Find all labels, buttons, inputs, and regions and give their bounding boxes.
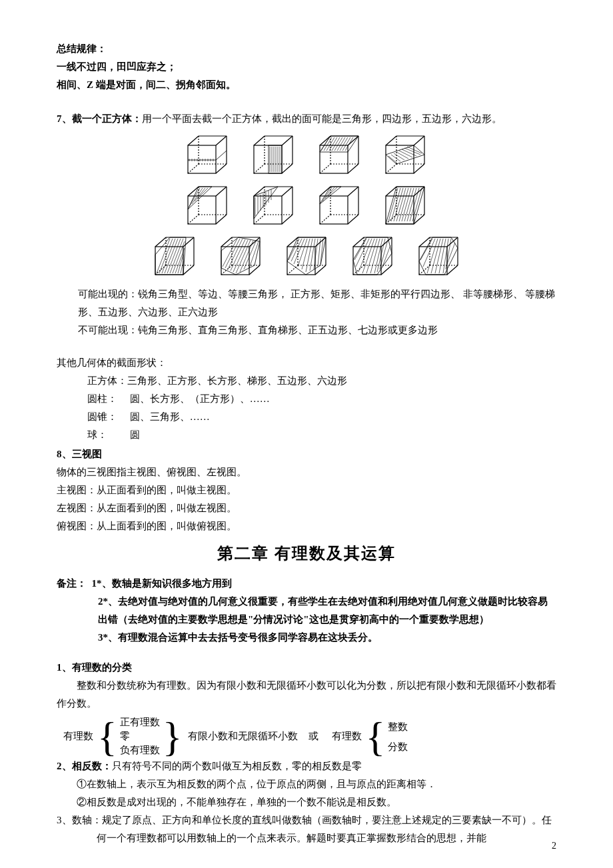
left-item-2: 负有理数	[120, 743, 160, 757]
svg-line-133	[183, 237, 194, 247]
cube-figure-7	[314, 184, 364, 229]
svg-line-162	[231, 239, 245, 271]
svg-line-66	[396, 152, 408, 159]
svg-line-144	[167, 239, 181, 273]
svg-line-198	[358, 239, 372, 272]
svg-line-145	[170, 239, 183, 273]
rule-line-2: 相间、Z 端是对面，间二、拐角邻面知。	[57, 76, 556, 94]
cube-figure-8	[380, 184, 430, 229]
svg-line-129	[410, 188, 419, 221]
impossible-label: 不可能出现：	[78, 325, 138, 335]
impossible-body: 钝角三角形、直角三角形、直角梯形、正五边形、七边形或更多边形	[138, 325, 438, 335]
svg-line-160	[225, 239, 240, 268]
left-item-1: 零	[120, 729, 160, 743]
section7-body: 用一个平面去截一个正方体，截出的面可能是三角形，四边形，五边形，六边形。	[142, 113, 502, 124]
svg-line-57	[414, 164, 424, 173]
svg-line-2	[216, 136, 227, 145]
section7: 7、截一个正方体：用一个平面去截一个正方体，截出的面可能是三角形，四边形，五边形…	[57, 110, 556, 128]
chapter2-title: 第二章 有理数及其运算	[57, 539, 556, 568]
section8-line-1: 主视图：从正面看到的图，叫做主视图。	[57, 481, 556, 499]
svg-line-199	[362, 239, 374, 273]
section8: 8、三视图	[57, 445, 556, 463]
cube-figure-12	[348, 235, 398, 280]
classification-brackets: 有理数 { 正有理数 零 负有理数 } 有限小数和无限循环小数 或 有理数 { …	[63, 715, 556, 757]
svg-line-156	[221, 265, 232, 275]
item2-sub1: ①在数轴上，表示互为相反数的两个点，位于原点的两侧，且与原点的距离相等．	[57, 775, 556, 793]
svg-line-21	[282, 136, 293, 145]
cube-figure-9	[150, 235, 200, 280]
svg-line-56	[414, 136, 424, 145]
svg-line-101	[320, 187, 330, 196]
svg-line-171	[315, 265, 326, 275]
brace-right-icon: }	[163, 717, 183, 756]
svg-line-182	[306, 239, 312, 272]
item2: 2、相反数：只有符号不同的两个数叫做互为相反数，零的相反数是零	[57, 757, 556, 775]
svg-line-1	[188, 136, 199, 145]
svg-line-122	[391, 188, 400, 221]
section8-line-0: 物体的三视图指主视图、俯视图、左视图。	[57, 463, 556, 481]
svg-line-73	[216, 187, 227, 196]
shape-row-3: 球： 圆	[57, 426, 556, 444]
svg-line-72	[188, 187, 199, 196]
section8-line-2: 左视图：从左面看到的图，叫做左视图。	[57, 499, 556, 517]
svg-line-60	[386, 164, 396, 173]
cube-figure-10	[216, 235, 266, 280]
svg-line-77	[188, 215, 199, 224]
svg-line-222	[446, 239, 451, 269]
svg-line-102	[348, 187, 358, 196]
cube-figure-5	[183, 184, 233, 229]
item2-sub2: ②相反数是成对出现的，不能单独存在，单独的一个数不能说是相反数。	[57, 793, 556, 811]
right-item-0: 整数	[388, 717, 408, 737]
svg-line-127	[404, 188, 414, 221]
or-text: 或	[308, 727, 318, 745]
svg-line-209	[447, 265, 458, 275]
svg-line-174	[287, 265, 298, 275]
svg-line-67	[399, 151, 412, 157]
svg-line-163	[233, 240, 248, 272]
svg-line-146	[173, 241, 185, 273]
svg-line-86	[282, 187, 293, 196]
section8-line-3: 俯视图：从上面看到的图，叫做俯视图。	[57, 517, 556, 535]
svg-line-121	[388, 188, 398, 221]
possible-body: 锐角三角型、等边、等腰三角形， 正方形、矩形、非矩形的平行四边形、 非等腰梯形、…	[78, 289, 555, 317]
svg-line-103	[348, 215, 358, 224]
page-number: 2	[552, 837, 556, 854]
cube-figure-13	[414, 235, 464, 280]
svg-line-124	[396, 188, 406, 221]
svg-line-22	[282, 164, 293, 173]
cube-figure-2	[249, 133, 299, 179]
shape-row-1: 圆柱： 圆、长方形、（正方形）、……	[57, 390, 556, 408]
svg-line-142	[162, 239, 175, 273]
shape-row-2: 圆锥： 圆、三角形、……	[57, 408, 556, 426]
note-2: 2*、去绝对值与绝对值的几何意义很重要，有些学生在去绝对值和利用绝对值几何意义做…	[57, 593, 556, 629]
bracket-mid-text: 有限小数和无限循环小数	[188, 727, 298, 745]
svg-line-38	[348, 164, 358, 173]
possible-label: 可能出现的：	[78, 289, 138, 299]
svg-line-165	[240, 241, 253, 272]
svg-line-41	[320, 164, 330, 173]
svg-line-153	[249, 265, 260, 275]
rule-line-1: 一线不过四，田凹应弃之；	[57, 58, 556, 76]
svg-line-220	[439, 239, 446, 273]
brace-left-icon-2: {	[366, 717, 386, 756]
item1-body: 整数和分数统称为有理数。因为有限小数和无限循环小数可以化为分数，所以把有限小数和…	[57, 677, 556, 713]
svg-line-132	[155, 237, 166, 247]
svg-line-134	[183, 265, 194, 275]
cube-figures	[57, 133, 556, 280]
svg-line-85	[254, 187, 265, 196]
svg-line-126	[402, 188, 411, 221]
note-1: 备注： 1*、数轴是新知识很多地方用到	[57, 575, 556, 593]
svg-line-90	[254, 215, 265, 224]
right-item-1: 分数	[388, 737, 408, 757]
svg-line-74	[216, 215, 227, 224]
svg-line-205	[382, 245, 390, 267]
section7-num: 7、	[57, 113, 72, 124]
svg-line-68	[402, 149, 416, 156]
bracket-left-label: 有理数	[63, 727, 93, 745]
other-shapes-title: 其他几何体的截面形状：	[57, 354, 556, 372]
svg-line-25	[254, 164, 265, 173]
cube-figure-6	[249, 184, 299, 229]
item1: 1、有理数的分类	[57, 659, 556, 677]
svg-line-123	[394, 188, 403, 221]
svg-line-180	[298, 239, 307, 267]
